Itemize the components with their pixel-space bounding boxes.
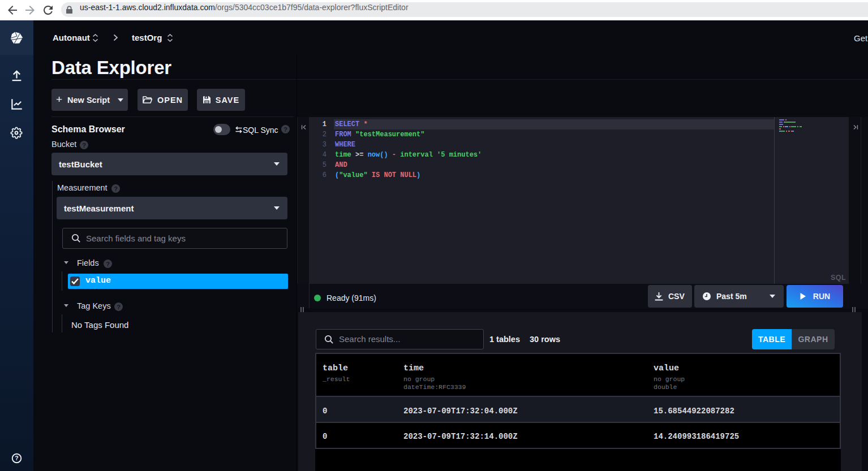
svg-text:?: ? <box>15 455 18 461</box>
